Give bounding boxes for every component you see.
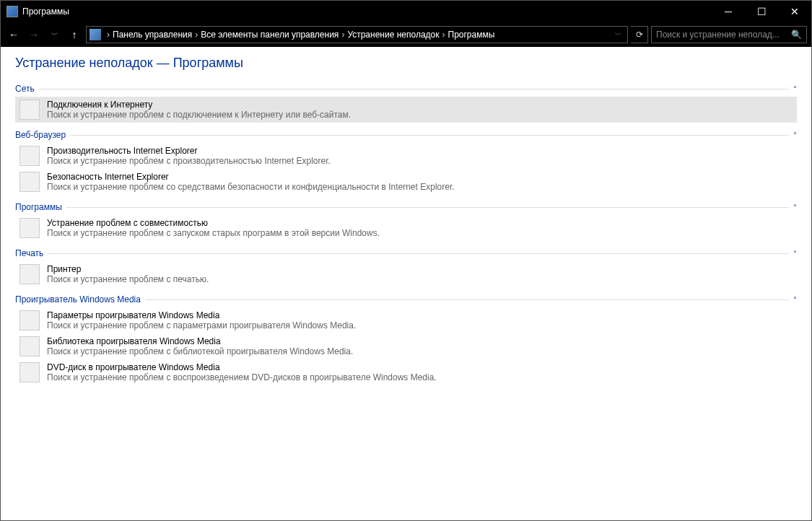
chevron-right-icon: › — [195, 30, 198, 40]
item-desc: Поиск и устранение проблем со средствами… — [47, 182, 455, 192]
item-text: Подключения к Интернету Поиск и устранен… — [47, 100, 351, 120]
forward-button[interactable]: → — [25, 26, 43, 43]
ie-icon — [19, 146, 40, 166]
item-title: DVD-диск в проигрывателе Windows Media — [47, 362, 437, 372]
chevron-up-icon: ˄ — [793, 131, 797, 139]
navbar: ← → ﹀ ↑ › Панель управления › Все элемен… — [1, 22, 811, 47]
chevron-up-icon: ˄ — [793, 85, 797, 93]
content: Устранение неполадок — Программы Сеть ˄ … — [1, 47, 811, 520]
dvd-icon — [19, 362, 40, 382]
item-title: Устранение проблем с совместимостью — [47, 218, 380, 228]
section-label: Программы — [15, 202, 62, 212]
item-desc: Поиск и устранение проблем с запуском ст… — [47, 228, 380, 238]
divider — [48, 253, 789, 254]
section-label: Печать — [15, 248, 43, 258]
chevron-up-icon: ˄ — [793, 203, 797, 211]
breadcrumb-item[interactable]: Все элементы панели управления — [201, 30, 339, 40]
chevron-right-icon: › — [341, 30, 344, 40]
breadcrumb-item[interactable]: Панель управления — [113, 30, 192, 40]
troubleshooter-wmp-dvd[interactable]: DVD-диск в проигрывателе Windows Media П… — [15, 359, 797, 385]
up-button[interactable]: ↑ — [66, 26, 83, 43]
page-title: Устранение неполадок — Программы — [15, 56, 797, 71]
library-icon — [19, 336, 40, 356]
item-desc: Поиск и устранение проблем с производите… — [47, 156, 331, 166]
item-title: Безопасность Internet Explorer — [47, 172, 455, 182]
troubleshooter-printer[interactable]: Принтер Поиск и устранение проблем с печ… — [15, 261, 797, 287]
refresh-button[interactable]: ⟳ — [631, 26, 648, 43]
divider — [66, 207, 789, 208]
window: Программы ─ ☐ ✕ ← → ﹀ ↑ › Панель управле… — [0, 0, 812, 521]
recent-dropdown[interactable]: ﹀ — [45, 26, 63, 43]
divider — [145, 299, 789, 300]
item-desc: Поиск и устранение проблем с параметрами… — [47, 320, 356, 330]
item-title: Библиотека проигрывателя Windows Media — [47, 336, 353, 346]
item-text: Принтер Поиск и устранение проблем с печ… — [47, 264, 209, 284]
troubleshooter-compatibility[interactable]: Устранение проблем с совместимостью Поис… — [15, 215, 797, 241]
section-header-wmp[interactable]: Проигрыватель Windows Media ˄ — [15, 294, 797, 305]
chevron-down-icon[interactable]: ﹀ — [612, 30, 624, 40]
search-placeholder: Поиск и устранение неполад... — [656, 30, 788, 40]
search-input[interactable]: Поиск и устранение неполад... 🔍 — [651, 26, 807, 43]
section-label: Сеть — [15, 84, 35, 94]
item-desc: Поиск и устранение проблем с подключение… — [47, 110, 351, 120]
item-title: Принтер — [47, 264, 209, 274]
shield-icon — [19, 172, 40, 192]
breadcrumb[interactable]: › Панель управления › Все элементы панел… — [86, 26, 628, 43]
window-controls: ─ ☐ ✕ — [712, 1, 811, 22]
divider — [39, 89, 789, 89]
section-header-browser[interactable]: Веб-браузер ˄ — [15, 130, 797, 140]
printer-icon — [19, 264, 40, 284]
close-button[interactable]: ✕ — [778, 1, 811, 22]
breadcrumb-item[interactable]: Устранение неполадок — [347, 30, 439, 40]
item-title: Подключения к Интернету — [47, 100, 351, 110]
app-icon — [6, 6, 18, 17]
troubleshooter-wmp-library[interactable]: Библиотека проигрывателя Windows Media П… — [15, 333, 797, 359]
item-text: DVD-диск в проигрывателе Windows Media П… — [47, 362, 437, 382]
item-text: Производительность Internet Explorer Пои… — [47, 146, 331, 166]
chevron-up-icon: ˄ — [793, 296, 797, 304]
window-icon — [19, 218, 40, 238]
section-header-network[interactable]: Сеть ˄ — [15, 84, 797, 94]
troubleshooter-wmp-settings[interactable]: Параметры проигрывателя Windows Media По… — [15, 307, 797, 333]
section-label: Веб-браузер — [15, 130, 66, 140]
section-header-print[interactable]: Печать ˄ — [15, 248, 797, 258]
section-wmp: Проигрыватель Windows Media ˄ Параметры … — [15, 294, 797, 385]
breadcrumb-icon — [90, 29, 101, 40]
chevron-right-icon: › — [107, 30, 110, 40]
troubleshooter-ie-security[interactable]: Безопасность Internet Explorer Поиск и у… — [15, 169, 797, 195]
section-network: Сеть ˄ Подключения к Интернету Поиск и у… — [15, 84, 797, 123]
divider — [70, 135, 789, 136]
back-button[interactable]: ← — [5, 26, 22, 43]
item-desc: Поиск и устранение проблем с воспроизвед… — [47, 372, 437, 382]
troubleshooter-internet-connections[interactable]: Подключения к Интернету Поиск и устранен… — [15, 97, 797, 123]
item-desc: Поиск и устранение проблем с печатью. — [47, 274, 209, 284]
section-label: Проигрыватель Windows Media — [15, 294, 141, 305]
search-icon: 🔍 — [791, 30, 802, 40]
network-icon — [19, 100, 40, 120]
section-browser: Веб-браузер ˄ Производительность Interne… — [15, 130, 797, 195]
section-print: Печать ˄ Принтер Поиск и устранение проб… — [15, 248, 797, 287]
window-title: Программы — [22, 6, 712, 17]
item-title: Параметры проигрывателя Windows Media — [47, 310, 356, 320]
section-programs: Программы ˄ Устранение проблем с совмест… — [15, 202, 797, 241]
chevron-right-icon: › — [442, 30, 445, 40]
item-title: Производительность Internet Explorer — [47, 146, 331, 156]
item-text: Устранение проблем с совместимостью Поис… — [47, 218, 380, 238]
minimize-button[interactable]: ─ — [712, 1, 745, 22]
item-text: Библиотека проигрывателя Windows Media П… — [47, 336, 353, 356]
titlebar: Программы ─ ☐ ✕ — [1, 1, 811, 22]
troubleshooter-ie-performance[interactable]: Производительность Internet Explorer Пои… — [15, 143, 797, 169]
section-header-programs[interactable]: Программы ˄ — [15, 202, 797, 212]
settings-icon — [19, 310, 40, 330]
breadcrumb-item[interactable]: Программы — [448, 30, 495, 40]
maximize-button[interactable]: ☐ — [745, 1, 778, 22]
item-text: Параметры проигрывателя Windows Media По… — [47, 310, 356, 330]
item-text: Безопасность Internet Explorer Поиск и у… — [47, 172, 455, 192]
item-desc: Поиск и устранение проблем с библиотекой… — [47, 346, 353, 356]
chevron-up-icon: ˄ — [793, 250, 797, 258]
